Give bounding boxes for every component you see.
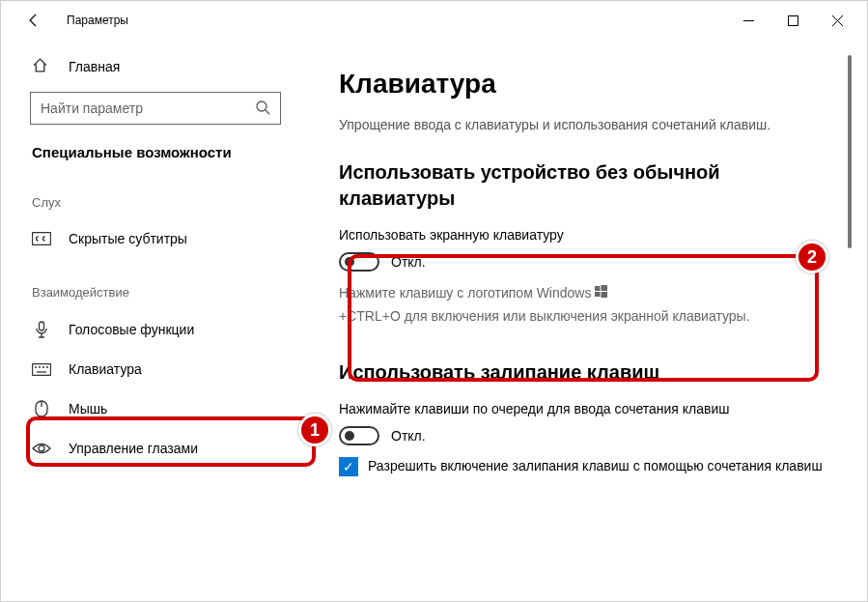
sidebar-item-mouse[interactable]: Мышь [13,388,298,429]
windows-logo-icon [595,283,607,302]
svg-rect-20 [602,292,608,298]
page-title: Клавиатура [339,69,828,100]
mouse-icon [32,400,51,417]
sidebar-item-label: Клавиатура [69,361,142,377]
sidebar: Главная Найти параметр Специальные возмо… [1,40,310,601]
svg-line-5 [266,110,269,114]
scrollbar-thumb[interactable] [848,55,852,248]
keyboard-icon [32,363,51,376]
home-icon [32,57,51,76]
sticky-shortcut-checkbox[interactable]: ✓ [339,457,358,476]
search-placeholder: Найти параметр [41,100,143,116]
microphone-icon [32,321,51,338]
sticky-shortcut-label: Разрешить включение залипания клавиш с п… [368,457,823,476]
sticky-toggle[interactable] [339,426,379,445]
sidebar-item-eye-control[interactable]: Управление глазами [13,429,298,468]
sticky-toggle-state: Откл. [391,428,426,444]
annotation-badge-1: 1 [298,414,331,446]
maximize-button[interactable] [770,5,815,36]
page-subtitle: Упрощение ввода с клавиатуры и использов… [339,117,828,132]
svg-rect-18 [602,285,608,291]
svg-rect-1 [788,15,798,25]
eye-icon [32,442,51,455]
search-input[interactable]: Найти параметр [30,92,281,125]
osk-toggle[interactable] [339,252,379,272]
svg-rect-6 [33,233,51,245]
sidebar-item-captions[interactable]: Скрытые субтитры [13,219,298,258]
sidebar-home-label: Главная [69,59,120,74]
svg-point-4 [257,101,266,111]
sidebar-home[interactable]: Главная [13,49,298,84]
sidebar-item-label: Управление глазами [69,441,198,456]
svg-point-16 [39,445,44,451]
main-panel: Клавиатура Упрощение ввода с клавиатуры … [310,40,867,601]
minimize-button[interactable] [726,5,770,36]
svg-rect-7 [40,322,44,330]
svg-rect-8 [33,363,51,375]
group-interaction-label: Взаимодействие [13,258,298,309]
sticky-desc: Нажимайте клавиши по очереди для ввода с… [339,401,828,416]
section-osk-title: Использовать устройство без обычной клав… [339,159,828,212]
titlebar: Параметры [1,1,867,40]
sidebar-item-label: Голосовые функции [69,322,194,337]
sidebar-item-label: Скрытые субтитры [69,231,187,246]
window-title: Параметры [67,14,128,27]
sidebar-item-voice[interactable]: Голосовые функции [13,309,298,350]
osk-setting: Использовать экранную клавиатуру Откл. Н… [339,223,828,334]
sidebar-item-label: Мышь [69,401,107,416]
osk-label: Использовать экранную клавиатуру [339,227,828,243]
window-controls [726,5,859,36]
sticky-setting: Нажимайте клавиши по очереди для ввода с… [339,397,828,484]
section-sticky-title: Использовать залипание клавиш [339,359,828,386]
sidebar-category: Специальные возможности [13,129,298,168]
annotation-badge-2: 2 [796,241,828,273]
back-button[interactable] [18,5,49,36]
group-hearing-label: Слух [13,168,298,219]
svg-rect-19 [595,292,601,297]
osk-toggle-state: Откл. [391,254,426,270]
search-icon [255,100,270,118]
svg-rect-17 [595,286,601,291]
close-button[interactable] [815,5,859,36]
closed-captions-icon [32,232,51,245]
osk-hint: Нажмите клавишу с логотипом Windows +CTR… [339,283,828,327]
sidebar-item-keyboard[interactable]: Клавиатура [13,350,298,388]
